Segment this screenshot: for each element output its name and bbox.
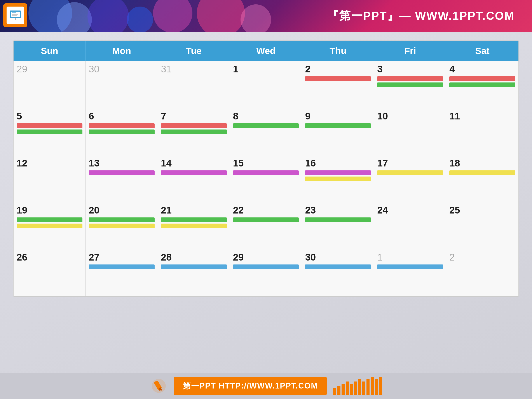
calendar-cell[interactable]: 13 <box>86 155 158 202</box>
app-logo <box>3 3 27 27</box>
cell-date: 28 <box>161 252 227 263</box>
event-bar-purple <box>161 170 227 175</box>
bar-1 <box>333 388 336 395</box>
calendar-cell[interactable]: 20 <box>86 202 158 249</box>
calendar-cell[interactable]: 15 <box>230 155 302 202</box>
calendar-cell[interactable]: 5 <box>13 108 86 155</box>
calendar-cell[interactable]: 11 <box>446 108 519 155</box>
cell-date: 24 <box>377 205 443 216</box>
cell-date: 22 <box>233 205 299 216</box>
calendar-cell[interactable]: 4 <box>446 61 519 108</box>
calendar-cell[interactable]: 31 <box>158 61 230 108</box>
cell-date: 25 <box>449 205 515 216</box>
header-thu: Thu <box>302 41 374 61</box>
bar-6 <box>354 381 357 395</box>
calendar-cell[interactable]: 21 <box>158 202 230 249</box>
svg-rect-4 <box>12 15 17 16</box>
cell-date: 31 <box>161 64 227 75</box>
cell-date: 13 <box>89 158 155 169</box>
calendar: Sun Mon Tue Wed Thu Fri Sat 293031123456… <box>13 40 519 297</box>
header-tue: Tue <box>158 41 230 61</box>
event-bar-green <box>305 123 371 128</box>
calendar-cell[interactable]: 2 <box>302 61 374 108</box>
header-wed: Wed <box>230 41 302 61</box>
cell-date: 5 <box>17 111 82 122</box>
event-bar-green <box>305 218 371 222</box>
calendar-cell[interactable]: 18 <box>446 155 519 202</box>
calendar-cell[interactable]: 14 <box>158 155 230 202</box>
event-bar-purple <box>233 170 299 175</box>
calendar-cell[interactable]: 22 <box>230 202 302 249</box>
calendar-cell[interactable]: 25 <box>446 202 519 249</box>
calendar-cell[interactable]: 26 <box>13 249 86 296</box>
header-mon: Mon <box>86 41 158 61</box>
event-bar-purple <box>89 170 155 175</box>
calendar-cell[interactable]: 12 <box>13 155 86 202</box>
calendar-cell[interactable]: 24 <box>374 202 446 249</box>
cell-date: 4 <box>449 64 515 75</box>
cell-date: 1 <box>233 64 299 75</box>
event-bar-blue <box>89 264 155 269</box>
cell-date: 26 <box>17 252 82 263</box>
event-bar-green <box>449 83 515 87</box>
event-bar-blue <box>161 264 227 269</box>
calendar-cell[interactable]: 9 <box>302 108 374 155</box>
event-bar-blue <box>305 264 371 269</box>
calendar-cell[interactable]: 29 <box>230 249 302 296</box>
calendar-cell[interactable]: 8 <box>230 108 302 155</box>
cell-date: 9 <box>305 111 371 122</box>
event-bar-green <box>17 129 82 134</box>
calendar-cell[interactable]: 1 <box>230 61 302 108</box>
calendar-cell[interactable]: 19 <box>13 202 86 249</box>
event-bar-yellow <box>449 170 515 175</box>
calendar-cell[interactable]: 7 <box>158 108 230 155</box>
calendar-cell[interactable]: 3 <box>374 61 446 108</box>
event-bar-yellow <box>17 224 82 228</box>
svg-rect-3 <box>12 14 18 15</box>
bar-2 <box>337 386 341 395</box>
calendar-cell[interactable]: 28 <box>158 249 230 296</box>
header-sat: Sat <box>446 41 519 61</box>
calendar-cell[interactable]: 17 <box>374 155 446 202</box>
calendar-body: 2930311234567891011121314151617181920212… <box>13 61 519 296</box>
header-banner: 『第一PPT』— WWW.1PPT.COM <box>0 0 532 32</box>
calendar-cell[interactable]: 1 <box>374 249 446 296</box>
cell-date: 29 <box>17 64 82 75</box>
cell-date: 3 <box>377 64 443 75</box>
event-bar-green <box>161 129 227 134</box>
cell-date: 30 <box>305 252 371 263</box>
header-title: 『第一PPT』— WWW.1PPT.COM <box>327 8 514 24</box>
pen-icon <box>150 377 167 395</box>
event-bar-red <box>161 123 227 128</box>
header-sun: Sun <box>13 41 86 61</box>
bar-8 <box>362 381 365 395</box>
header-fri: Fri <box>374 41 446 61</box>
calendar-cell[interactable]: 27 <box>86 249 158 296</box>
calendar-cell[interactable]: 16 <box>302 155 374 202</box>
footer: 第一PPT HTTP://WWW.1PPT.COM <box>0 373 532 399</box>
cell-date: 30 <box>89 64 155 75</box>
calendar-cell[interactable]: 23 <box>302 202 374 249</box>
svg-rect-2 <box>12 13 16 13</box>
calendar-cell[interactable]: 30 <box>302 249 374 296</box>
event-bar-red <box>17 123 82 128</box>
logo-inner <box>6 6 24 24</box>
event-bar-yellow <box>377 170 443 175</box>
cell-date: 11 <box>449 111 515 122</box>
calendar-header: Sun Mon Tue Wed Thu Fri Sat <box>13 41 519 61</box>
calendar-cell[interactable]: 29 <box>13 61 86 108</box>
bar-12 <box>379 377 382 395</box>
bar-3 <box>342 384 345 395</box>
calendar-cell[interactable]: 30 <box>86 61 158 108</box>
calendar-cell[interactable]: 2 <box>446 249 519 296</box>
cell-date: 10 <box>377 111 443 122</box>
cell-date: 1 <box>377 252 443 263</box>
event-bar-purple <box>305 170 371 175</box>
event-bar-blue <box>233 264 299 269</box>
main-content: Sun Mon Tue Wed Thu Fri Sat 293031123456… <box>0 32 532 373</box>
cell-date: 14 <box>161 158 227 169</box>
cell-date: 19 <box>17 205 82 216</box>
calendar-cell[interactable]: 6 <box>86 108 158 155</box>
cell-date: 23 <box>305 205 371 216</box>
calendar-cell[interactable]: 10 <box>374 108 446 155</box>
